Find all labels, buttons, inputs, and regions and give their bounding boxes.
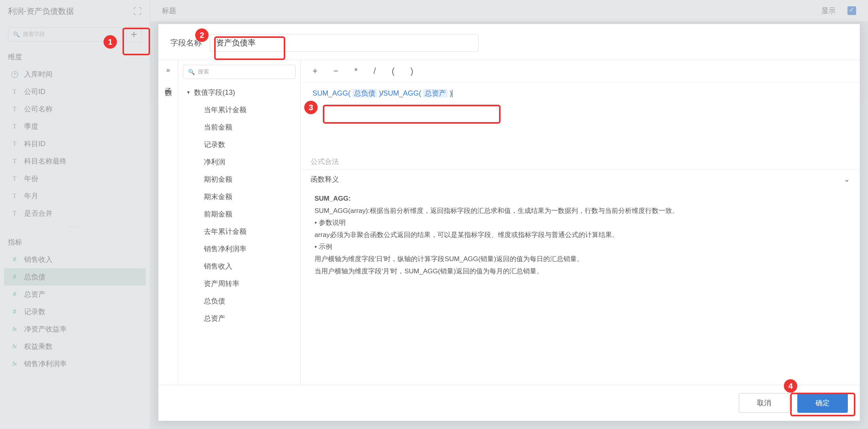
operator-button[interactable]: − (333, 66, 339, 76)
field-search-placeholder: 搜索 (198, 68, 209, 75)
formula-field-token: 总负债 (352, 89, 377, 98)
modal-body: » 函数 🔍 搜索 ▼ 数值字段(13) 当年累计金额当前金额记录数净利润期初金… (158, 60, 860, 385)
operator-button[interactable]: / (373, 66, 376, 76)
field-tree: ▼ 数值字段(13) 当年累计金额当前金额记录数净利润期初金额期末金额前期金额去… (178, 84, 300, 385)
field-panel: 🔍 搜索 ▼ 数值字段(13) 当年累计金额当前金额记录数净利润期初金额期末金额… (178, 60, 301, 385)
help-example-title: • 示例 (314, 241, 846, 253)
formula-token: ) (377, 89, 381, 97)
tree-child-item[interactable]: 前期金额 (184, 205, 294, 223)
expand-icon[interactable]: » (162, 66, 174, 74)
function-tab[interactable]: » 函数 (158, 60, 178, 385)
cancel-button[interactable]: 取消 (739, 393, 789, 413)
formula-token: ( (419, 89, 423, 97)
tree-child-item[interactable]: 销售收入 (184, 258, 294, 275)
tree-root-label: 数值字段(13) (194, 88, 235, 97)
formula-toolbar: +−*/() (301, 60, 860, 83)
tree-child-item[interactable]: 销售净利润率 (184, 240, 294, 258)
tree-child-item[interactable]: 当年累计金额 (184, 101, 294, 119)
tree-child-item[interactable]: 资产周转率 (184, 275, 294, 292)
tree-child-item[interactable]: 总负债 (184, 292, 294, 310)
help-param-desc: array必须为非聚合函数公式返回的结果，可以是某指标字段、维度或指标字段与普通… (314, 229, 846, 241)
formula-token: ( (348, 89, 352, 97)
help-fn-name: SUM_AGG: (314, 193, 846, 205)
help-example-2: 当用户横轴为维度字段'月'时，SUM_AGG(销量)返回的值为每月的汇总销量。 (314, 265, 846, 278)
formula-field-token: 总资产 (423, 89, 448, 98)
chevron-down-icon: ⌄ (844, 175, 850, 184)
search-icon: 🔍 (188, 69, 195, 75)
formula-status: 公式合法 (301, 154, 860, 169)
function-tab-label: 函数 (164, 82, 173, 85)
tree-child-item[interactable]: 去年累计金额 (184, 223, 294, 240)
formula-editor[interactable]: SUM_AGG( 总负债 )/SUM_AGG( 总资产 ) (301, 83, 860, 154)
field-name-label: 字段名称 (170, 38, 202, 48)
tree-child-item[interactable]: 期初金额 (184, 171, 294, 188)
help-desc: SUM_AGG(array):根据当前分析维度，返回指标字段的汇总求和值，生成结… (314, 205, 846, 217)
formula-token: ) (448, 89, 452, 97)
operator-button[interactable]: * (354, 66, 358, 76)
field-search-input[interactable]: 🔍 搜索 (183, 65, 296, 79)
tree-child-item[interactable]: 总资产 (184, 310, 294, 327)
tree-child-item[interactable]: 期末金额 (184, 188, 294, 205)
operator-button[interactable]: ) (410, 66, 413, 76)
field-name-input[interactable] (210, 34, 478, 52)
modal-footer: 取消 确定 (158, 385, 860, 421)
formula-panel: +−*/() SUM_AGG( 总负债 )/SUM_AGG( 总资产 ) 公式合… (301, 60, 860, 385)
formula-token: SUM_AGG (313, 89, 348, 97)
help-body: SUM_AGG: SUM_AGG(array):根据当前分析维度，返回指标字段的… (301, 189, 860, 285)
tree-child-item[interactable]: 当前金额 (184, 119, 294, 136)
cursor (452, 90, 452, 98)
help-param-title: • 参数说明 (314, 217, 846, 229)
help-header-label: 函数释义 (311, 175, 339, 184)
tree-child-item[interactable]: 净利润 (184, 153, 294, 171)
formula-token: SUM_AGG (383, 89, 419, 97)
tree-root-node[interactable]: ▼ 数值字段(13) (184, 84, 294, 101)
help-example-1: 用户横轴为维度字段'日'时，纵轴的计算字段SUM_AGG(销量)返回的值为每日的… (314, 253, 846, 265)
confirm-button[interactable]: 确定 (797, 393, 848, 413)
modal-header: 字段名称 (158, 24, 860, 60)
tree-child-item[interactable]: 记录数 (184, 136, 294, 153)
caret-down-icon: ▼ (186, 90, 191, 95)
calculated-field-modal: 字段名称 » 函数 🔍 搜索 ▼ 数值字段(13) 当年累计金额当前金额记录数净… (158, 24, 860, 421)
operator-button[interactable]: + (313, 66, 318, 76)
help-header[interactable]: 函数释义 ⌄ (301, 169, 860, 189)
operator-button[interactable]: ( (392, 66, 394, 76)
